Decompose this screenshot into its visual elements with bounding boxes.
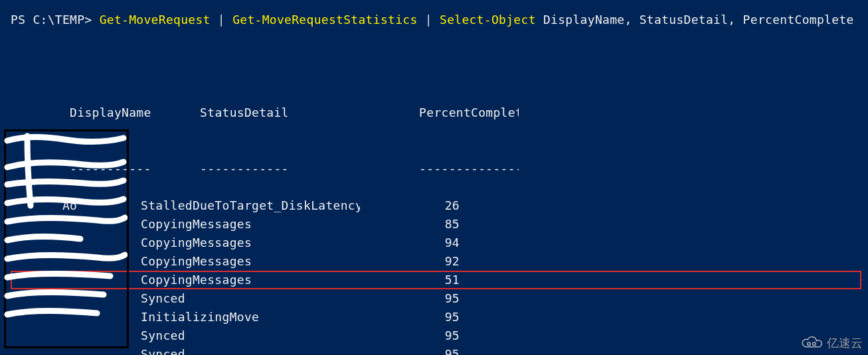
cell-statusdetail: StalledDueToTarget_DiskLatency [141,196,360,215]
dash-pct: --------------- [419,159,519,178]
cell-percentcomplete: 94 [360,234,460,252]
table-header: DisplayNameStatusDetailPercentComplete [11,85,861,104]
cell-percentcomplete: 95 [360,345,460,355]
cell-statusdetail: Synced [141,289,360,308]
terminal-output[interactable]: PS C:\TEMP> Get-MoveRequest | Get-MoveRe… [4,4,868,355]
cmd-args: DisplayName, StatusDetail, PercentComple… [543,13,854,27]
cell-percentcomplete: 26 [360,196,460,215]
table-body: AoStalledDueToTarget_DiskLatency26Copyin… [11,196,861,355]
cmdlet-1: Get-MoveRequest [100,13,211,27]
table-row: CopyingMessages94 [11,234,861,252]
table-dashes: -------------------------------------- [11,141,861,159]
output-table: DisplayNameStatusDetailPercentComplete -… [11,48,861,355]
cell-percentcomplete: 92 [360,252,460,271]
cmdlet-3: Select-Object [440,13,536,27]
table-row: Synced95 [11,289,861,308]
table-row: Synced95 [11,326,861,345]
col-statusdetail: StatusDetail [200,104,419,122]
cell-displayname: Ao [11,196,141,215]
cell-percentcomplete: 95 [360,308,460,326]
cell-statusdetail: CopyingMessages [141,271,360,289]
cell-percentcomplete: 85 [360,215,460,234]
table-row: CopyingMessages51 [11,271,861,289]
cell-statusdetail: CopyingMessages [141,252,360,271]
table-row: AoStalledDueToTarget_DiskLatency26 [11,196,861,215]
table-row: CopyingMessages92 [11,252,861,271]
table-row: InitializingMove95 [11,308,861,326]
pipe-1: | [218,13,225,27]
cell-statusdetail: CopyingMessages [141,234,360,252]
dash-status: ------------ [200,159,419,178]
table-row: CopyingMessages85 [11,215,861,234]
command-line: PS C:\TEMP> Get-MoveRequest | Get-MoveRe… [11,11,861,29]
table-row: Synced95 [11,345,861,355]
cell-percentcomplete: 95 [360,326,460,345]
col-percentcomplete: PercentComplete [419,104,519,122]
ps-prompt: PS C:\TEMP> [11,13,92,27]
cell-percentcomplete: 51 [360,271,460,289]
cell-percentcomplete: 95 [360,289,460,308]
cell-statusdetail: CopyingMessages [141,215,360,234]
dash-name: ----------- [70,159,200,178]
col-displayname: DisplayName [70,104,200,122]
cell-statusdetail: Synced [141,345,360,355]
cell-statusdetail: Synced [141,326,360,345]
cmdlet-2: Get-MoveRequestStatistics [232,13,417,27]
pipe-2: | [425,13,432,27]
cell-statusdetail: InitializingMove [141,308,360,326]
powershell-window: PS C:\TEMP> Get-MoveRequest | Get-MoveRe… [0,0,868,355]
